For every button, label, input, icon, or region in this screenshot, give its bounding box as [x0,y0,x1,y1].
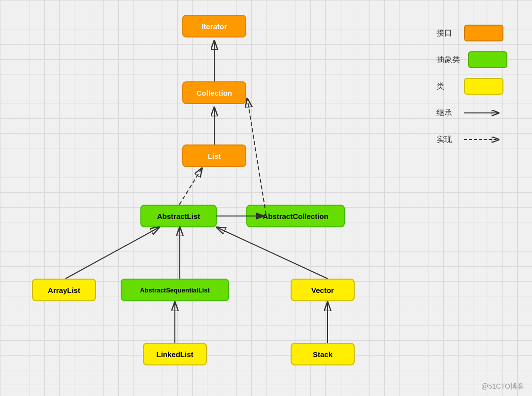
node-list: List [182,144,246,167]
legend-box-green [468,51,507,68]
svg-line-5 [179,168,202,205]
node-vector: Vector [291,279,355,301]
legend-inherit-line [464,105,503,121]
node-abstractsequentiallist: AbstractSequentialList [121,279,229,301]
node-linkedlist: LinkedList [143,343,207,365]
legend-box-orange [464,25,503,41]
node-iterator: Iterator [182,15,246,37]
legend-interface: 接口 [436,25,507,41]
legend-inherit: 继承 [436,105,507,121]
legend-class-label: 类 [436,81,456,92]
legend-abstract: 抽象类 [436,51,507,68]
legend-class: 类 [436,78,507,95]
legend-implement-line [464,131,503,148]
legend-interface-label: 接口 [436,28,456,38]
legend-box-yellow [464,78,503,95]
svg-line-6 [247,99,266,215]
watermark: @51CTO博客 [481,382,524,391]
node-abstractlist: AbstractList [140,205,217,227]
legend: 接口 抽象类 类 继承 实现 [436,25,507,148]
node-collection: Collection [182,81,246,104]
legend-implement-label: 实现 [436,135,456,145]
svg-line-10 [217,227,328,279]
node-arraylist: ArrayList [32,279,96,301]
legend-implement: 实现 [436,131,507,148]
svg-line-8 [66,227,159,279]
legend-abstract-label: 抽象类 [436,55,460,65]
node-stack: Stack [291,343,355,365]
node-abstractcollection: AbstractCollection [246,205,345,227]
legend-inherit-label: 继承 [436,108,456,118]
